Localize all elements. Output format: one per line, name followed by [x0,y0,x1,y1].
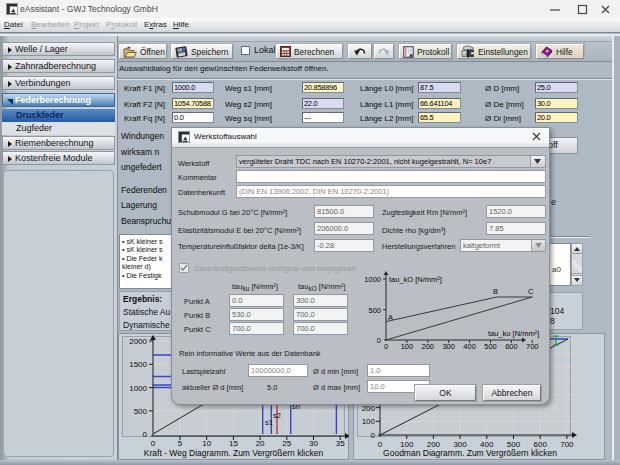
svg-text:0: 0 [371,431,376,440]
svg-text:300: 300 [442,342,455,351]
svg-text:200: 200 [422,342,435,351]
svg-text:15: 15 [229,439,238,448]
svg-text:600: 600 [505,342,518,351]
svg-text:25: 25 [282,439,291,448]
svg-text:2000: 2000 [129,337,147,346]
svg-text:0: 0 [143,430,148,439]
svg-text:100: 100 [401,342,414,351]
svg-text:0: 0 [384,342,388,351]
svg-text:100: 100 [362,417,376,426]
svg-text:500: 500 [134,407,148,416]
svg-text:500: 500 [368,306,381,315]
svg-text:tau_kO [N/mm²]: tau_kO [N/mm²] [389,275,442,284]
svg-text:s1: s1 [265,418,273,427]
svg-text:0: 0 [377,336,381,345]
svg-text:5: 5 [178,439,183,448]
svg-text:1000: 1000 [129,384,147,393]
svg-text:1500: 1500 [129,360,147,369]
svg-text:1000: 1000 [364,275,381,284]
svg-text:0: 0 [151,439,156,448]
svg-text:700: 700 [526,342,539,351]
svg-text:tau_ku [N/mm²]: tau_ku [N/mm²] [488,329,539,338]
svg-text:20: 20 [256,439,265,448]
svg-text:500: 500 [484,342,497,351]
svg-text:C: C [528,287,534,296]
svg-text:s2: s2 [273,411,281,420]
svg-text:30: 30 [309,439,318,448]
svg-text:400: 400 [463,342,476,351]
svg-text:10: 10 [202,439,211,448]
svg-text:B: B [493,287,498,296]
svg-text:A: A [388,313,393,322]
svg-text:35: 35 [336,439,345,448]
